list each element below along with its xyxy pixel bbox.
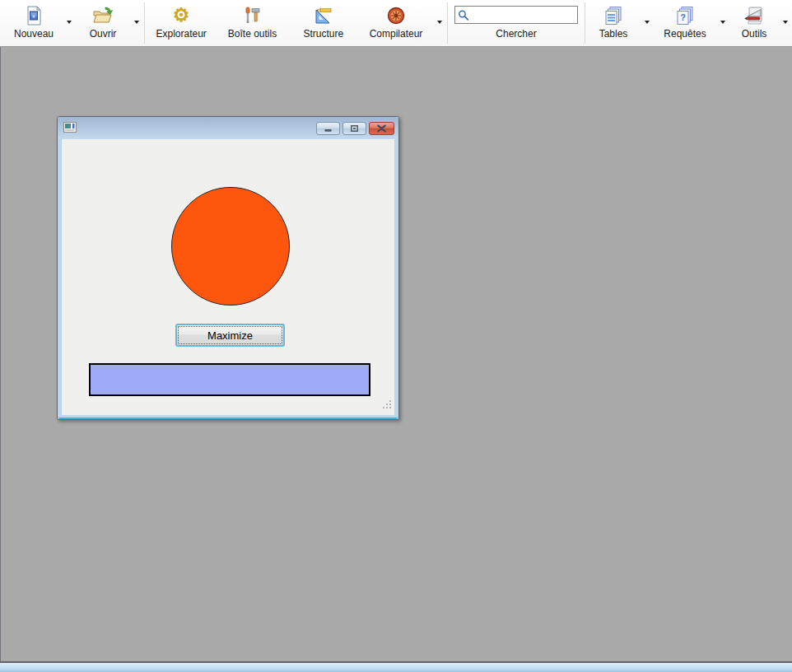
toolbar-group-outils: Outils [729, 0, 792, 46]
toolbar-group-new: Nouveau [5, 0, 76, 46]
chevron-down-icon [134, 21, 139, 24]
window-controls [316, 122, 394, 135]
rectangle-shape [89, 363, 370, 396]
toolbar-separator [447, 2, 448, 44]
queries-documents-icon: ? [674, 4, 696, 26]
search-box[interactable] [454, 6, 578, 24]
window-icon[interactable] [63, 121, 77, 136]
toolbar-group-requetes: ? Requêtes [654, 0, 729, 46]
toolbar-button-tables[interactable]: Tables [586, 0, 641, 40]
chevron-down-icon [783, 21, 788, 24]
toolbar-separator [585, 2, 585, 44]
tables-dropdown-button[interactable] [641, 21, 654, 24]
chevron-down-icon [67, 21, 72, 24]
close-icon [370, 122, 394, 135]
chevron-down-icon [720, 21, 725, 24]
toolbar-label: Boîte outils [228, 28, 277, 40]
toolbar-button-compilateur[interactable]: Compilateur [359, 0, 433, 40]
toolbar-button-nouveau[interactable]: Nouveau [5, 0, 63, 40]
toolbar-label: Compilateur [370, 28, 423, 40]
toolbar-button-explorateur[interactable]: ⚙ Explorateur [146, 0, 217, 46]
svg-text:?: ? [680, 12, 686, 22]
toolbar-label: Explorateur [156, 28, 206, 40]
chevron-down-icon [437, 21, 442, 24]
toolbar-label: Outils [742, 28, 767, 40]
open-folder-icon [92, 4, 114, 26]
toolbar-label: Requêtes [664, 28, 706, 40]
toolbar-search: Chercher [449, 0, 584, 46]
search-input[interactable] [469, 8, 575, 21]
preview-window-titlebar[interactable] [58, 117, 398, 139]
main-toolbar: Nouveau Ouvrir ⚙ Explo [0, 0, 792, 47]
compilateur-dropdown-button[interactable] [433, 21, 446, 24]
ouvrir-dropdown-button[interactable] [130, 21, 143, 24]
minimize-button[interactable] [316, 122, 340, 135]
toolbar-button-outils[interactable]: Outils [729, 0, 779, 40]
minimize-icon [317, 122, 339, 135]
toolbar-label: Ouvrir [90, 28, 117, 40]
window-bottom-accent [58, 418, 398, 419]
chevron-down-icon [645, 21, 650, 24]
maximize-button[interactable]: Maximize [175, 324, 285, 347]
toolbar-group-open: Ouvrir [76, 0, 143, 46]
toolbar-button-structure[interactable]: Structure [288, 0, 359, 46]
circle-shape [171, 187, 290, 306]
maximize-icon [343, 122, 366, 135]
bottom-frame-strip [0, 661, 792, 672]
toolbar-button-ouvrir[interactable]: Ouvrir [76, 0, 130, 40]
toolbar-label: Tables [599, 28, 628, 40]
toolbar-label: Nouveau [14, 28, 54, 40]
new-document-icon [25, 4, 43, 26]
toolbar-button-requetes[interactable]: ? Requêtes [654, 0, 716, 40]
ide-screen: Nouveau Ouvrir ⚙ Explo [0, 0, 792, 672]
toolbox-icon [242, 4, 262, 26]
tables-documents-icon [603, 4, 624, 26]
search-icon [458, 9, 469, 21]
toolbar-group-tables: Tables [586, 0, 654, 46]
toolbar-label: Structure [303, 28, 343, 40]
set-square-pencil-icon [313, 4, 333, 26]
maximize-button-label: Maximize [207, 329, 253, 342]
gear-icon: ⚙ [173, 4, 190, 26]
outils-dropdown-button[interactable] [779, 21, 792, 24]
requetes-dropdown-button[interactable] [716, 21, 729, 24]
nouveau-dropdown-button[interactable] [63, 21, 76, 24]
search-label: Chercher [496, 28, 536, 40]
compiler-wheel-icon [386, 4, 406, 26]
workspace: Maximize [0, 47, 792, 661]
maximize-window-button[interactable] [342, 122, 366, 135]
close-button[interactable] [369, 122, 394, 135]
toolbar-button-boite-outils[interactable]: Boîte outils [217, 0, 287, 46]
resize-grip-icon[interactable] [381, 398, 392, 413]
toolbar-group-compiler: Compilateur [359, 0, 446, 46]
preview-window: Maximize [57, 116, 399, 420]
tools-documents-icon [743, 4, 765, 26]
form-client-area: Maximize [62, 139, 394, 415]
toolbar-separator [144, 2, 145, 44]
